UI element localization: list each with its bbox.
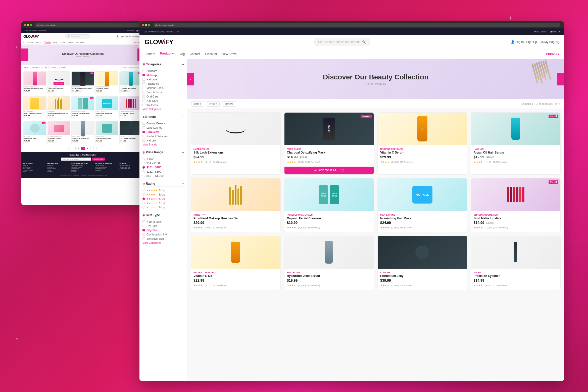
- sidebar-cat-makeup-tools[interactable]: Makeup Tools: [142, 86, 184, 89]
- sidebar-cat-haircare[interactable]: Haircare: [142, 78, 184, 81]
- sidebar-price-1000[interactable]: $501 - $1,000: [142, 174, 184, 177]
- right-lang[interactable]: 🇺🇸 ENG ▾: [550, 30, 560, 33]
- left-help[interactable]: Help Center: [126, 30, 134, 32]
- sidebar-brand-luxe-cb[interactable]: [142, 126, 145, 129]
- sidebar-cat-bath-body[interactable]: Bath & Body: [142, 91, 184, 94]
- right-bag[interactable]: 🛍 My Bag (0): [541, 40, 559, 44]
- left-filter-popularity[interactable]: Popularity ▾: [30, 66, 41, 69]
- sidebar-brands-toggle[interactable]: −: [182, 115, 184, 119]
- sidebar-categories-toggle[interactable]: −: [182, 63, 184, 66]
- minimize-dot[interactable]: [27, 24, 29, 26]
- sidebar-cat-fragrance-cb[interactable]: [142, 82, 145, 85]
- sidebar-skin-dry[interactable]: Dry Skin: [142, 224, 184, 227]
- sidebar-rating-2-radio[interactable]: [142, 202, 145, 204]
- sidebar-skin-oily[interactable]: Oily Skin: [142, 229, 184, 232]
- sidebar-price-100[interactable]: $51 - $100: [142, 162, 184, 165]
- sidebar-skin-sensitive-cb[interactable]: [142, 237, 145, 240]
- sidebar-rating-2[interactable]: ★★☆☆☆ & Up: [142, 202, 184, 205]
- right-maximize-dot[interactable]: [148, 24, 150, 26]
- sidebar-price-100-radio[interactable]: [142, 162, 145, 164]
- sidebar-rating-4-radio[interactable]: [142, 193, 145, 196]
- right-nav-product[interactable]: Product ▾: [160, 52, 174, 56]
- maximize-dot[interactable]: [30, 24, 32, 26]
- left-filter-review[interactable]: Review: [59, 66, 67, 69]
- sidebar-skin-dry-cb[interactable]: [142, 225, 145, 227]
- page-4[interactable]: 4: [86, 147, 89, 150]
- sidebar-price-50[interactable]: < $50: [142, 157, 184, 160]
- sidebar-price-1000-radio[interactable]: [142, 175, 145, 177]
- left-nav-categories[interactable]: All Categories: [23, 41, 34, 43]
- sidebar-cat-haircare-cb[interactable]: [142, 78, 145, 81]
- right-hero-prev[interactable]: ‹: [187, 73, 194, 85]
- sidebar-rating-5-radio[interactable]: [142, 189, 145, 191]
- sidebar-price-500[interactable]: $251 - $500: [142, 170, 184, 173]
- sidebar-brand-radiant[interactable]: Radiant Skincare: [142, 135, 184, 138]
- right-nav-promo[interactable]: PROMO ♥: [546, 53, 559, 56]
- sidebar-more-brands[interactable]: More Brands: [142, 143, 184, 146]
- sidebar-price-250[interactable]: $101 - $250: [142, 166, 184, 169]
- sidebar-cat-nail-care[interactable]: Nail Care: [142, 99, 184, 102]
- sidebar-rating-3[interactable]: ★★★☆☆ & Up: [142, 197, 184, 200]
- sidebar-rating-4[interactable]: ★★★★☆ & Up: [142, 193, 184, 196]
- sidebar-brand-pureglow[interactable]: PureGlow: [142, 130, 184, 133]
- page-2[interactable]: 2: [77, 147, 80, 150]
- sidebar-cat-oral-care-cb[interactable]: [142, 95, 145, 98]
- left-nav-brand[interactable]: Brand ▾: [36, 41, 43, 43]
- sidebar-brand-radiant-cb[interactable]: [142, 135, 145, 137]
- page-5[interactable]: ...: [90, 147, 94, 150]
- sidebar-skin-toggle[interactable]: −: [182, 213, 184, 217]
- sidebar-rating-3-radio[interactable]: [142, 198, 145, 200]
- right-help[interactable]: Help Center: [534, 30, 546, 33]
- sidebar-cat-oral-care[interactable]: Oral Care: [142, 95, 184, 98]
- right-close-dot[interactable]: [142, 24, 144, 26]
- right-filter-review[interactable]: Review: [222, 101, 236, 107]
- right-filter-price[interactable]: Price ▾: [207, 101, 220, 107]
- right-nav-blog[interactable]: Blog: [179, 52, 185, 56]
- page-prev[interactable]: ‹: [68, 147, 71, 150]
- sidebar-cat-wellness-cb[interactable]: [142, 104, 145, 106]
- sidebar-price-500-radio[interactable]: [142, 170, 145, 173]
- sidebar-rating-1[interactable]: ★☆☆☆☆ & Up: [142, 206, 184, 209]
- address-bar-left[interactable]: glowify.com/products: [35, 23, 140, 27]
- sidebar-price-50-radio[interactable]: [142, 158, 145, 160]
- right-add-to-bag-2[interactable]: 🛍 ADD TO BAG ♡: [284, 167, 374, 174]
- sidebar-more-categories[interactable]: More Categories: [142, 108, 184, 111]
- sidebar-skin-normal[interactable]: Normal Skin: [142, 220, 184, 223]
- address-bar-right[interactable]: glowify.com/products: [154, 23, 560, 27]
- sidebar-cat-nail-care-cb[interactable]: [142, 100, 145, 102]
- right-nav-discount[interactable]: Discount: [205, 52, 217, 56]
- sidebar-rating-5[interactable]: ★★★★★ & Up: [142, 189, 184, 192]
- right-login[interactable]: 👤 Log In / Sign Up: [511, 40, 537, 44]
- left-login[interactable]: 👤 Log In / Sign Up: [117, 35, 131, 37]
- right-grid-grid-icon[interactable]: ⊞: [558, 102, 560, 106]
- sidebar-skin-combination[interactable]: Combination Skin: [142, 233, 184, 236]
- sidebar-rating-1-radio[interactable]: [142, 206, 145, 209]
- sidebar-cat-fragrance[interactable]: Fragrance: [142, 82, 184, 85]
- sidebar-cat-makeup-cb[interactable]: [142, 74, 145, 76]
- page-3[interactable]: 3: [81, 147, 85, 150]
- left-nav-discount[interactable]: Discount: [67, 41, 74, 43]
- sidebar-cat-wellness[interactable]: Wellness: [142, 104, 184, 107]
- right-nav-new[interactable]: New Arrival: [222, 52, 237, 56]
- sidebar-price-toggle[interactable]: −: [182, 151, 184, 154]
- right-nav-contact[interactable]: Contact: [190, 52, 200, 56]
- left-search-box[interactable]: 🔍 Search products...: [65, 34, 90, 38]
- sidebar-skin-oily-cb[interactable]: [142, 229, 145, 231]
- sidebar-more-skin[interactable]: More Categories: [142, 241, 184, 244]
- page-next[interactable]: ›: [95, 147, 98, 150]
- sidebar-brand-hairlux-cb[interactable]: [142, 139, 145, 142]
- sidebar-rating-toggle[interactable]: −: [182, 182, 184, 185]
- right-nav-brand[interactable]: Brand ▾: [144, 52, 155, 56]
- sidebar-cat-skincare[interactable]: Skincare: [142, 69, 184, 72]
- right-filter-date[interactable]: Date ▾: [191, 101, 204, 107]
- sidebar-brand-glowify[interactable]: Glowify Beauty: [142, 122, 184, 125]
- sidebar-skin-normal-cb[interactable]: [142, 220, 145, 223]
- left-add-to-bag-2[interactable]: + ADD TO BAG: [54, 82, 64, 85]
- right-grid-list-icon[interactable]: ≡: [555, 102, 557, 106]
- close-dot[interactable]: [24, 24, 26, 26]
- left-filter-date[interactable]: Date: [42, 66, 49, 69]
- sidebar-cat-skincare-cb[interactable]: [142, 70, 145, 72]
- left-email-input[interactable]: [61, 158, 91, 161]
- sidebar-cat-bath-body-cb[interactable]: [142, 91, 145, 93]
- right-search-box[interactable]: Search for products and brands 🔍: [314, 38, 370, 46]
